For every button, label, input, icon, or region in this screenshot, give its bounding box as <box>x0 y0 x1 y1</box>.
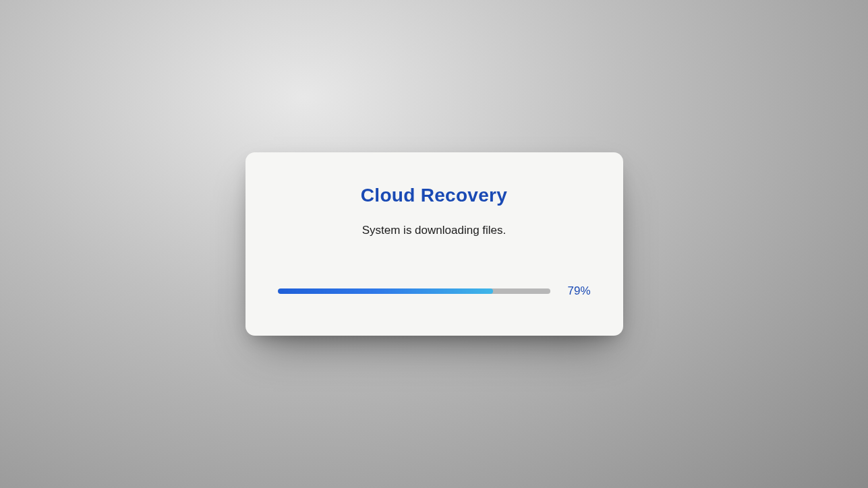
dialog-title: Cloud Recovery <box>278 185 591 206</box>
progress-percent-label: 79% <box>561 284 591 298</box>
cloud-recovery-dialog: Cloud Recovery System is downloading fil… <box>245 152 623 336</box>
status-text: System is downloading files. <box>278 224 591 237</box>
progress-bar-row: 79% <box>278 284 591 298</box>
progress-track <box>278 288 550 294</box>
progress-fill <box>278 288 493 294</box>
